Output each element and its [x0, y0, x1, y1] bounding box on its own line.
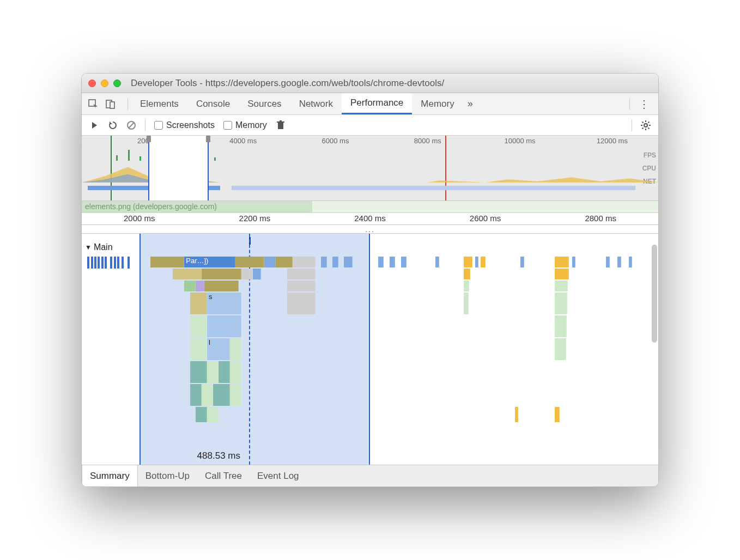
- screenshots-checkbox-wrap: Screenshots: [154, 120, 215, 130]
- tab-memory[interactable]: Memory: [412, 93, 463, 114]
- flame-row: l: [82, 338, 652, 360]
- collect-garbage-icon[interactable]: [272, 117, 289, 133]
- flame-row: [82, 361, 652, 383]
- tab-bottom-up[interactable]: Bottom-Up: [138, 465, 197, 486]
- overview-tick: 6000 ms: [322, 137, 349, 145]
- selection-handle-right[interactable]: [206, 136, 210, 142]
- traffic-lights: [88, 80, 121, 87]
- flame-block-s[interactable]: s: [207, 293, 241, 314]
- overview-tick: 10000 ms: [505, 137, 536, 145]
- ruler-collapse-dots[interactable]: ...: [82, 225, 658, 234]
- overview-timeline[interactable]: 2000 ms 4000 ms 6000 ms 8000 ms 10000 ms…: [82, 136, 658, 201]
- flame-row: [82, 315, 652, 337]
- flame-row: Par…]): [82, 257, 652, 267]
- reload-record-button[interactable]: [105, 117, 121, 133]
- ruler-tick: 2400 ms: [354, 214, 386, 223]
- divider: [128, 98, 128, 110]
- divider: [145, 119, 145, 131]
- svg-rect-2: [110, 102, 114, 108]
- window-title: Developer Tools - https://developers.goo…: [131, 78, 444, 89]
- flame-row: [82, 407, 652, 422]
- ruler-tick: 2800 ms: [585, 214, 616, 223]
- clear-button[interactable]: [123, 117, 139, 133]
- svg-rect-6: [277, 121, 284, 123]
- screenshots-label: Screenshots: [166, 120, 215, 130]
- tab-elements[interactable]: Elements: [131, 93, 187, 114]
- devtools-window: Developer Tools - https://developers.goo…: [81, 73, 659, 487]
- main-thread-toggle[interactable]: ▼ Main: [85, 242, 113, 252]
- svg-line-4: [129, 123, 134, 128]
- time-ruler[interactable]: 2000 ms 2200 ms 2400 ms 2600 ms 2800 ms: [82, 213, 658, 225]
- flame-row: [82, 281, 652, 291]
- ruler-tick: 2600 ms: [470, 214, 501, 223]
- ruler-tick: 2000 ms: [124, 214, 155, 223]
- record-button[interactable]: [86, 117, 102, 133]
- overview-selection[interactable]: [148, 136, 209, 200]
- overview-tick: 4000 ms: [229, 137, 257, 145]
- tab-performance[interactable]: Performance: [342, 93, 412, 114]
- tab-network[interactable]: Network: [290, 93, 342, 114]
- chevron-down-icon: ▼: [85, 244, 92, 251]
- memory-label: Memory: [235, 120, 267, 130]
- tab-summary[interactable]: Summary: [82, 465, 138, 486]
- memory-checkbox[interactable]: [223, 121, 232, 130]
- svg-rect-5: [278, 123, 283, 129]
- panel-tabs: Elements Console Sources Network Perform…: [82, 93, 658, 115]
- flame-row: [82, 269, 652, 279]
- capture-settings-icon[interactable]: [638, 117, 654, 133]
- flame-scrollbar[interactable]: [652, 245, 657, 343]
- network-strip[interactable]: elements.png (developers.google.com): [82, 201, 658, 213]
- svg-line-16: [648, 121, 649, 123]
- flame-row: [82, 384, 652, 406]
- tab-event-log[interactable]: Event Log: [250, 465, 307, 486]
- flame-chart[interactable]: ▼ Main Par…]): [82, 234, 658, 465]
- screenshots-checkbox[interactable]: [154, 121, 163, 130]
- overflow-tabs-button[interactable]: »: [463, 93, 477, 114]
- divider: [629, 98, 630, 110]
- svg-rect-7: [280, 120, 282, 121]
- overview-tick: 12000 ms: [597, 137, 628, 145]
- svg-line-13: [642, 121, 644, 123]
- main-thread-label: Main: [94, 242, 113, 252]
- selection-handle-left[interactable]: [147, 136, 151, 142]
- flame-block-parse[interactable]: Par…]): [184, 257, 235, 267]
- zoom-window-button[interactable]: [113, 80, 121, 87]
- settings-menu-button[interactable]: ⋮: [633, 93, 655, 114]
- svg-line-15: [642, 127, 644, 129]
- close-window-button[interactable]: [88, 80, 96, 87]
- flame-block-l[interactable]: l: [207, 338, 230, 360]
- performance-toolbar: Screenshots Memory: [82, 115, 658, 136]
- titlebar: Developer Tools - https://developers.goo…: [82, 74, 658, 93]
- tab-call-tree[interactable]: Call Tree: [197, 465, 250, 486]
- details-tabs: Summary Bottom-Up Call Tree Event Log: [82, 465, 658, 486]
- device-toolbar-icon[interactable]: [102, 96, 119, 112]
- memory-checkbox-wrap: Memory: [223, 120, 267, 130]
- overview-tick: 8000 ms: [414, 137, 441, 145]
- tab-sources[interactable]: Sources: [239, 93, 290, 114]
- inspect-element-icon[interactable]: [85, 96, 101, 112]
- tab-console[interactable]: Console: [187, 93, 239, 114]
- divider: [632, 119, 632, 131]
- selection-duration-label: 488.53 ms: [197, 451, 240, 461]
- minimize-window-button[interactable]: [101, 80, 108, 87]
- svg-line-14: [648, 127, 649, 129]
- ruler-tick: 2200 ms: [239, 214, 271, 223]
- svg-point-8: [644, 124, 647, 127]
- flame-row: s: [82, 293, 652, 314]
